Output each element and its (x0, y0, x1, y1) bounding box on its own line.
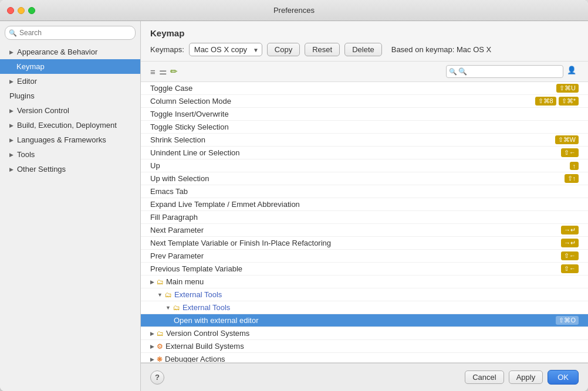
chevron-right-icon: ▶ (150, 279, 154, 285)
keymap-search-input[interactable] (446, 65, 563, 78)
list-item-open-external[interactable]: Open with external editor ⇧⌘O (141, 314, 588, 327)
list-item[interactable]: Toggle Insert/Overwrite (141, 108, 588, 121)
shortcuts: →↵ (561, 239, 579, 247)
sidebar-item-label: Tools (17, 150, 35, 159)
chevron-right-icon: ▶ (9, 137, 13, 143)
keymap-select-wrap[interactable]: Mac OS X copy ▼ (189, 43, 262, 56)
list-item[interactable]: Next Template Variable or Finish In-Plac… (141, 237, 588, 250)
shortcut-badge: ⇧← (561, 251, 579, 260)
filter-conflicts-icon[interactable]: ⚌ (159, 66, 167, 77)
list-item-external-tools-2[interactable]: ▼ 🗂 External Tools (141, 301, 588, 314)
list-item[interactable]: Unindent Line or Selection ⇧← (141, 147, 588, 159)
copy-button[interactable]: Copy (267, 43, 300, 56)
sidebar-item-tools[interactable]: ▶ Tools (0, 147, 140, 162)
chevron-down-icon: ▼ (165, 305, 171, 311)
folder-icon: 🗂 (165, 291, 172, 299)
sidebar-item-label: Plugins (9, 91, 35, 100)
chevron-right-icon: ▶ (9, 79, 13, 84)
item-label: Main menu (166, 277, 579, 286)
item-label: Version Control Systems (166, 329, 579, 338)
person-icon[interactable]: 👤 (567, 66, 579, 77)
item-label: Column Selection Mode (150, 97, 530, 106)
chevron-right-icon: ▶ (150, 344, 154, 349)
item-label: Toggle Case (150, 84, 552, 93)
keymap-select[interactable]: Mac OS X copy (189, 43, 262, 56)
shortcut-badge: ⇧⌘U (556, 84, 579, 93)
sidebar-item-label: Editor (17, 77, 37, 86)
chevron-down-icon: ▼ (157, 292, 163, 298)
list-item[interactable]: Expand Live Template / Emmet Abbreviatio… (141, 198, 588, 211)
list-item[interactable]: Next Parameter →↵ (141, 224, 588, 237)
chevron-right-icon: ▶ (9, 49, 13, 55)
delete-button[interactable]: Delete (344, 43, 382, 56)
list-item-external-tools-1[interactable]: ▼ 🗂 External Tools (141, 288, 588, 301)
chevron-right-icon: ▶ (150, 331, 154, 336)
list-item[interactable]: Column Selection Mode ⇧⌘8 ⇧⌘* (141, 95, 588, 108)
preferences-window: Preferences 🔍 ▶ Appearance & Behavior Ke… (0, 0, 588, 391)
sidebar-item-build[interactable]: ▶ Build, Execution, Deployment (0, 118, 140, 132)
keymap-list[interactable]: Toggle Case ⇧⌘U Column Selection Mode ⇧⌘… (141, 82, 588, 363)
sidebar-item-label: Build, Execution, Deployment (17, 121, 117, 130)
list-item-vcs[interactable]: ▶ 🗂 Version Control Systems (141, 327, 588, 340)
filter-green-icon[interactable]: ✏ (170, 66, 178, 77)
apply-button[interactable]: Apply (509, 370, 543, 384)
sidebar-item-label: Other Settings (17, 165, 66, 174)
list-item[interactable]: Toggle Case ⇧⌘U (141, 82, 588, 95)
maximize-button[interactable] (28, 7, 35, 14)
shortcuts: ⇧⌘W (555, 135, 579, 144)
cancel-button[interactable]: Cancel (465, 370, 503, 384)
sidebar-item-editor[interactable]: ▶ Editor (0, 74, 140, 89)
folder-icon: 🗂 (157, 278, 164, 286)
minimize-button[interactable] (18, 7, 25, 14)
list-item[interactable]: Fill Paragraph (141, 211, 588, 224)
sidebar-item-plugins[interactable]: Plugins (0, 89, 140, 103)
sidebar-item-keymap[interactable]: Keymap (0, 59, 140, 74)
shortcut-badge: ↑ (570, 162, 579, 170)
list-item[interactable]: Prev Parameter ⇧← (141, 250, 588, 263)
reset-button[interactable]: Reset (305, 43, 340, 56)
shortcuts: ⇧⌘O (556, 316, 579, 325)
titlebar: Preferences (0, 0, 588, 21)
list-item-main-menu[interactable]: ▶ 🗂 Main menu (141, 276, 588, 288)
keymap-title: Keymap (150, 28, 579, 38)
list-item[interactable]: Emacs Tab (141, 185, 588, 198)
filter-assigned-icon[interactable]: ≡ (150, 67, 156, 77)
keymaps-label: Keymaps: (150, 45, 184, 54)
sidebar-item-label: Languages & Frameworks (17, 135, 106, 144)
shortcut-badge: ⇧⌘O (556, 316, 579, 325)
sidebar-item-label: Appearance & Behavior (17, 47, 97, 56)
sidebar-search-input[interactable] (5, 26, 136, 40)
traffic-lights (7, 7, 35, 14)
shortcuts: ⇧⌘8 ⇧⌘* (535, 97, 579, 106)
main-content: 🔍 ▶ Appearance & Behavior Keymap ▶ Edito… (0, 21, 588, 391)
item-label: Prev Parameter (150, 251, 556, 260)
sidebar-item-languages[interactable]: ▶ Languages & Frameworks (0, 132, 140, 147)
item-label: Fill Paragraph (150, 213, 579, 222)
ok-button[interactable]: OK (548, 370, 579, 385)
item-label: Debugger Actions (165, 355, 579, 363)
list-item[interactable]: Up with Selection ⇧↑ (141, 172, 588, 185)
list-item[interactable]: Up ↑ (141, 159, 588, 172)
shortcut-badge: ⇧⌘8 (535, 97, 556, 106)
right-panel: Keymap Keymaps: Mac OS X copy ▼ Copy Res… (141, 21, 588, 391)
close-button[interactable] (7, 7, 14, 14)
sidebar-search-icon: 🔍 (9, 29, 17, 37)
help-button[interactable]: ? (150, 370, 164, 385)
search-input-wrap[interactable]: 🔍 (446, 65, 563, 78)
search-mini-icon: 🔍 (449, 68, 457, 76)
sidebar-search-bar[interactable]: 🔍 (5, 26, 136, 40)
sidebar-item-label: Keymap (16, 62, 45, 71)
shortcuts: ⇧← (561, 264, 579, 273)
sidebar-item-appearance[interactable]: ▶ Appearance & Behavior (0, 45, 140, 59)
shortcuts: ↑ (570, 162, 579, 170)
filter-toolbar: ≡ ⚌ ✏ 🔍 👤 (141, 62, 588, 82)
sidebar-item-other-settings[interactable]: ▶ Other Settings (0, 162, 140, 176)
sidebar-item-version-control[interactable]: ▶ Version Control (0, 103, 140, 118)
list-item[interactable]: Previous Template Variable ⇧← (141, 263, 588, 276)
footer: ? Cancel Apply OK (141, 363, 588, 391)
list-item[interactable]: Shrink Selection ⇧⌘W (141, 134, 588, 147)
list-item-build-systems[interactable]: ▶ ⚙ External Build Systems (141, 340, 588, 353)
item-label: Shrink Selection (150, 135, 550, 144)
list-item-debugger[interactable]: ▶ ❋ Debugger Actions (141, 353, 588, 363)
list-item[interactable]: Toggle Sticky Selection (141, 121, 588, 134)
